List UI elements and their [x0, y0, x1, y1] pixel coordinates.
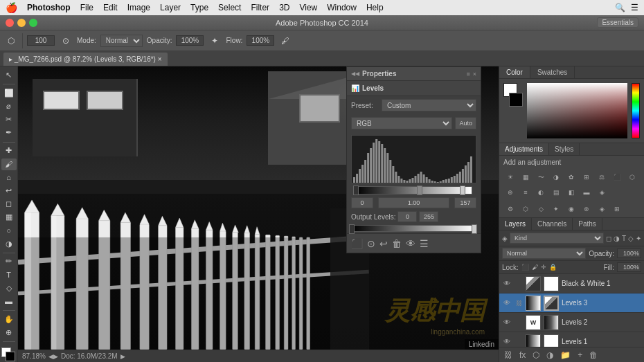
output-white-handle[interactable] [472, 224, 477, 234]
brush-tool-icon[interactable]: ⬡ [4, 34, 18, 48]
menu-view[interactable]: View [299, 3, 317, 12]
brightness-adj-icon[interactable]: ☀ [503, 170, 517, 184]
adj-icon-extra1[interactable]: ⚙ [503, 202, 517, 216]
selection-tool[interactable]: ⬜ [1, 87, 17, 99]
layer-adjustment-btn[interactable]: ◑ [544, 350, 555, 360]
bw-adj-icon[interactable]: ⬛ [610, 170, 624, 184]
color-swatches[interactable] [1, 347, 17, 359]
blur-tool[interactable]: ○ [1, 224, 17, 236]
adjustments-tab[interactable]: Adjustments [499, 143, 549, 155]
mode-select[interactable]: Normal [100, 35, 143, 47]
output-slider-track[interactable] [351, 225, 476, 232]
paths-tab[interactable]: Paths [573, 218, 602, 230]
menu-edit[interactable]: Edit [103, 3, 118, 12]
minimize-button[interactable] [17, 19, 26, 27]
layer-visibility-toggle[interactable]: 👁 [502, 298, 512, 308]
layer-item[interactable]: 👁 Levels 1 [499, 332, 644, 347]
adj-icon-extra7[interactable]: ◈ [595, 202, 609, 216]
preset-select[interactable]: Custom [382, 99, 476, 111]
app-name-menu[interactable]: Photoshop [27, 3, 71, 12]
menu-icon[interactable]: ☰ [631, 3, 638, 12]
channel-mixer-adj-icon[interactable]: ⊕ [503, 185, 517, 199]
menu-image[interactable]: Image [127, 3, 150, 12]
panel-expand-icon[interactable]: ≡ [466, 71, 469, 78]
eyedropper-tool[interactable]: ✒ [1, 127, 17, 138]
opacity-value-input[interactable]: 100% [617, 248, 641, 258]
essentials-button[interactable]: Essentials [597, 17, 638, 28]
output-black-handle[interactable] [349, 224, 355, 234]
stylus-icon[interactable]: 🖋 [278, 34, 292, 48]
color-tab[interactable]: Color [499, 66, 530, 78]
move-tool[interactable]: ↖ [1, 69, 17, 81]
input-slider-track[interactable] [355, 186, 472, 194]
blend-mode-select[interactable]: Normal [502, 248, 586, 259]
close-button[interactable] [6, 19, 14, 27]
layer-mask-btn[interactable]: ⬡ [530, 350, 542, 360]
history-tool[interactable]: ↩ [1, 185, 17, 197]
adjustment-filter-icon[interactable]: ◑ [614, 235, 620, 242]
brush-preset-icon[interactable]: ⊙ [59, 34, 73, 48]
document-tab[interactable]: ▸ _MG_7266.psd @ 87.2% (Levels 3, RGB/16… [3, 52, 168, 66]
output-black-input[interactable]: 0 [397, 211, 417, 222]
brush-size-input[interactable] [27, 35, 55, 46]
curves-adj-icon[interactable]: 〜 [534, 170, 548, 184]
layer-folder-btn[interactable]: 📁 [558, 350, 573, 360]
gradient-tool[interactable]: ▦ [1, 211, 17, 223]
adj-icon-extra2[interactable]: ⬡ [519, 202, 533, 216]
background-swatch[interactable] [509, 93, 523, 107]
airbrush-icon[interactable]: ✦ [208, 34, 222, 48]
white-point-handle[interactable] [460, 185, 465, 195]
menu-type[interactable]: Type [190, 3, 208, 12]
shape-tool[interactable]: ▬ [1, 296, 17, 307]
lasso-tool[interactable]: ⌀ [1, 100, 17, 112]
delete-icon[interactable]: 🗑 [392, 238, 402, 249]
path-tool[interactable]: ◇ [1, 282, 17, 294]
layer-item[interactable]: 👁 W Levels 2 [499, 313, 644, 332]
clip-to-layer-icon[interactable]: ⬛ [351, 238, 363, 249]
black-point-handle[interactable] [353, 185, 359, 195]
layer-item[interactable]: 👁 ⛓ Levels 3 [499, 293, 644, 313]
menu-filter[interactable]: Filter [251, 3, 269, 12]
selective-color-adj-icon[interactable]: ◈ [595, 185, 609, 199]
menu-3d[interactable]: 3D [279, 3, 289, 12]
output-white-input[interactable]: 255 [419, 211, 438, 222]
menu-layer[interactable]: Layer [160, 3, 181, 12]
black-point-input[interactable]: 0 [351, 197, 373, 208]
panel-close-icon[interactable]: × [473, 71, 476, 78]
layer-visibility-toggle[interactable]: 👁 [502, 318, 512, 327]
maximize-button[interactable] [29, 19, 37, 27]
swatches-tab[interactable]: Swatches [530, 66, 575, 78]
posterize-adj-icon[interactable]: ▤ [549, 185, 563, 199]
adj-icon-extra5[interactable]: ◉ [564, 202, 578, 216]
smart-filter-icon[interactable]: ✦ [636, 235, 641, 242]
apple-logo[interactable]: 🍎 [6, 2, 17, 13]
layer-fx-btn[interactable]: fx [517, 350, 528, 360]
visibility-icon[interactable]: 👁 [406, 238, 415, 249]
background-color[interactable] [6, 352, 15, 361]
pixel-filter-icon[interactable]: ◻ [606, 235, 611, 242]
hsl-adj-icon[interactable]: ⊞ [580, 170, 593, 184]
menu-file[interactable]: File [80, 3, 93, 12]
layer-delete-btn[interactable]: 🗑 [587, 350, 600, 360]
white-point-input[interactable]: 157 [454, 197, 476, 208]
adj-icon-extra4[interactable]: ✦ [549, 202, 563, 216]
menu-window[interactable]: Window [327, 3, 357, 12]
adj-icon-extra6[interactable]: ⊛ [580, 202, 593, 216]
healing-tool[interactable]: ✚ [1, 145, 17, 156]
shape-filter-icon[interactable]: ◇ [628, 235, 634, 242]
layer-new-btn[interactable]: + [575, 350, 584, 360]
channels-tab[interactable]: Channels [532, 218, 573, 230]
layers-tab[interactable]: Layers [499, 218, 532, 230]
levels-adj-icon[interactable]: ▦ [519, 170, 533, 184]
color-spectrum[interactable] [632, 83, 640, 138]
fill-value-input[interactable]: 100% [617, 262, 641, 272]
merge-icon[interactable]: ☰ [420, 238, 429, 249]
lock-transparent-icon[interactable]: ⬛ [521, 264, 529, 271]
menu-select[interactable]: Select [218, 3, 241, 12]
opacity-input[interactable] [176, 35, 204, 46]
clone-tool[interactable]: ⌂ [1, 172, 17, 183]
reset-icon[interactable]: ↩ [379, 238, 388, 249]
zoom-tool[interactable]: ⊕ [1, 327, 17, 338]
layer-visibility-toggle[interactable]: 👁 [502, 337, 512, 347]
styles-tab[interactable]: Styles [549, 143, 580, 155]
